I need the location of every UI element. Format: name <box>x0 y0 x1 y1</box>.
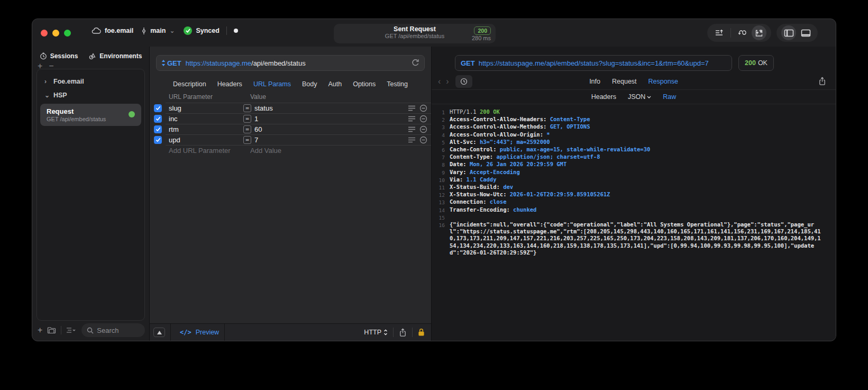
add-url-parameter[interactable]: Add URL Parameter <box>169 147 250 155</box>
minimize-window-button[interactable] <box>52 30 59 37</box>
response-line: 13Connection: close <box>434 198 822 206</box>
response-subtabs: Headers JSON Raw <box>432 90 836 104</box>
protocol-selector[interactable]: HTTP <box>364 329 388 336</box>
zoom-window-button[interactable] <box>64 30 71 37</box>
tab-auth[interactable]: Auth <box>328 80 342 88</box>
tab-description[interactable]: Description <box>173 80 206 88</box>
response-line: 5Alt-Svc: h3=":443"; ma=2592000 <box>434 139 822 146</box>
param-name[interactable]: slug <box>169 104 243 112</box>
share-icon[interactable] <box>399 328 407 337</box>
sidebar-toolbar: + Search <box>38 323 145 337</box>
tab-environments[interactable]: Environments <box>88 52 142 60</box>
lock-icon[interactable] <box>418 328 425 337</box>
text-type-icon[interactable]: = <box>243 136 251 144</box>
param-value[interactable]: 60 <box>254 125 408 133</box>
preview-button[interactable]: </> Preview <box>180 329 219 336</box>
add-value[interactable]: Add Value <box>250 147 281 155</box>
format-menu-icon[interactable] <box>408 116 416 122</box>
method-label: GET <box>461 59 475 67</box>
response-line: 15 <box>434 214 822 221</box>
request-subtitle: GET /api/embed/status <box>47 116 135 122</box>
toggle-bottom-panel-icon[interactable] <box>798 25 813 40</box>
param-name[interactable]: inc <box>169 115 243 123</box>
send-receive-icon[interactable] <box>752 25 766 40</box>
request-tabs: Description Headers URL Params Body Auth… <box>150 78 431 90</box>
sync-branches-icon[interactable] <box>735 25 750 40</box>
text-type-icon[interactable]: = <box>243 104 251 112</box>
sort-options-icon[interactable] <box>66 327 77 333</box>
tree-group-foe-email[interactable]: › Foe.email <box>37 75 144 88</box>
request-url-bar[interactable]: GET https://statuspage.me/api/embed/stat… <box>156 55 425 71</box>
param-name[interactable]: rtm <box>169 125 243 133</box>
sent-request-title: Sent Request <box>334 25 496 33</box>
param-checkbox[interactable] <box>154 136 162 144</box>
response-line: 6Cache-Control: public, max-age=15, stal… <box>434 146 822 153</box>
format-menu-icon[interactable] <box>408 105 416 111</box>
remove-row-icon[interactable] <box>419 104 427 112</box>
param-value[interactable]: 7 <box>254 136 408 144</box>
param-name[interactable]: upd <box>169 136 243 144</box>
resend-icon[interactable] <box>412 59 419 67</box>
request-order-icon[interactable] <box>712 25 727 40</box>
param-checkbox[interactable] <box>154 115 162 123</box>
tree-group-hsp[interactable]: ⌄ HSP <box>37 88 144 102</box>
sync-status[interactable]: Synced <box>196 27 219 34</box>
tab-request[interactable]: Request <box>612 78 637 85</box>
tree-request-item[interactable]: Request GET /api/embed/status <box>40 104 141 126</box>
param-checkbox[interactable] <box>154 104 162 112</box>
titlebar-actions <box>707 24 818 42</box>
method-stepper-icon <box>161 60 166 66</box>
subtab-headers[interactable]: Headers <box>591 93 616 101</box>
tab-sessions[interactable]: Sessions <box>40 52 78 60</box>
sent-request-pill[interactable]: Sent Request GET /api/embed/status 200 2… <box>334 24 496 43</box>
request-tree: › Foe.email ⌄ HSP Request GET /api/embed… <box>36 69 145 321</box>
main-content: Sessions Environments + − › Foe.email ⌄ <box>32 47 836 341</box>
search-icon <box>87 327 94 334</box>
request-editor-pane: GET https://statuspage.me/api/embed/stat… <box>149 47 432 341</box>
remove-row-icon[interactable] <box>419 115 427 123</box>
tab-options[interactable]: Options <box>353 80 376 88</box>
response-ok-dot-icon <box>129 111 135 117</box>
param-value[interactable]: status <box>254 104 408 112</box>
param-row-rtm: rtm = 60 <box>150 124 431 134</box>
text-type-icon[interactable]: = <box>243 115 251 123</box>
toggle-sidebar-icon[interactable] <box>781 25 796 40</box>
tab-info[interactable]: Info <box>589 78 600 85</box>
text-type-icon[interactable]: = <box>243 125 251 133</box>
method-label[interactable]: GET <box>167 59 181 67</box>
tab-testing[interactable]: Testing <box>387 80 408 88</box>
chevron-down-icon[interactable]: ⌄ <box>169 27 175 34</box>
branch-name[interactable]: main <box>150 27 166 34</box>
tab-headers[interactable]: Headers <box>217 80 242 88</box>
url-host[interactable]: https://statuspage.me <box>186 59 251 67</box>
add-request-button[interactable]: + <box>38 61 42 71</box>
status-code: 200 <box>745 59 756 67</box>
remove-row-icon[interactable] <box>419 125 427 133</box>
check-icon <box>156 127 161 132</box>
close-window-button[interactable] <box>41 30 48 37</box>
param-row-slug: slug = status <box>150 103 431 113</box>
format-menu-icon[interactable] <box>408 137 416 143</box>
remove-request-button[interactable]: − <box>49 61 53 71</box>
search-input[interactable]: Search <box>81 323 145 337</box>
tab-body[interactable]: Body <box>302 80 317 88</box>
format-menu-icon[interactable] <box>408 126 416 132</box>
tab-response[interactable]: Response <box>648 78 678 85</box>
collapse-panel-button[interactable] <box>153 328 165 337</box>
param-value[interactable]: 1 <box>254 115 408 123</box>
url-path[interactable]: /api/embed/status <box>251 59 306 67</box>
subtab-json[interactable]: JSON <box>628 93 651 101</box>
response-raw-view[interactable]: 1HTTP/1.1 200 OK 2Access-Control-Allow-H… <box>432 104 836 256</box>
new-request-button[interactable]: + <box>38 325 42 335</box>
project-name[interactable]: foe.email <box>105 27 133 34</box>
share-icon[interactable] <box>818 77 826 86</box>
subtab-raw[interactable]: Raw <box>663 93 676 101</box>
response-url-box[interactable]: GET https://statuspage.me/api/embed/stat… <box>455 55 732 71</box>
param-checkbox[interactable] <box>154 125 162 133</box>
remove-row-icon[interactable] <box>419 136 427 144</box>
request-title: Request <box>47 107 135 115</box>
search-placeholder: Search <box>97 326 118 334</box>
new-group-icon[interactable] <box>47 326 56 334</box>
response-line: 7Content-Type: application/json; charset… <box>434 153 822 161</box>
tab-url-params[interactable]: URL Params <box>253 80 291 88</box>
